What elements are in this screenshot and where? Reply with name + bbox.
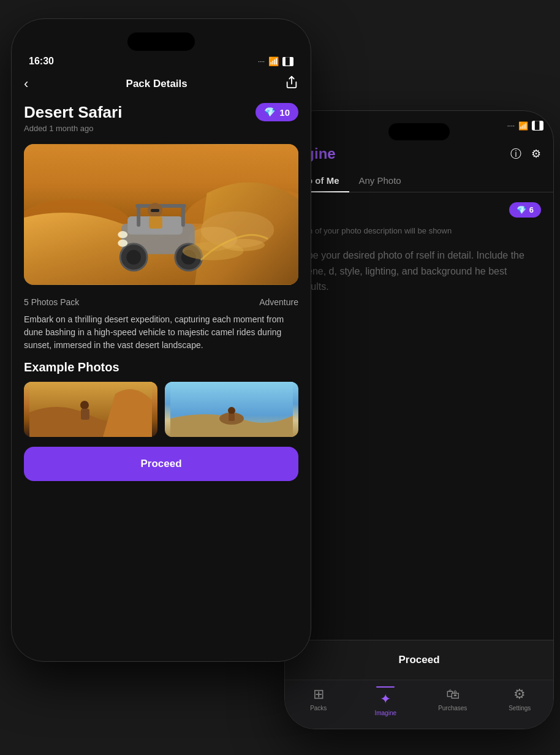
style-section: ear 💎 6 — [285, 202, 553, 218]
svg-rect-18 — [149, 216, 162, 229]
gem-badge-front: 💎 10 — [255, 103, 298, 121]
front-status-time: 16:30 — [29, 56, 54, 67]
svg-point-15 — [118, 231, 127, 238]
signal-dots-front: ···· — [258, 58, 265, 65]
bottom-tab-bar: ⊞ Packs ✦ Imagine 🛍 Purchases ⚙ Settings — [285, 680, 553, 729]
battery-icon-back: ▊ — [532, 121, 543, 131]
example-photo-2 — [165, 382, 298, 437]
phone-front: 16:30 ···· 📶 ▊ ‹ Pack Details — [11, 18, 311, 662]
purchases-tab-icon: 🛍 — [446, 686, 460, 702]
back-status-icons: ···· 📶 ▊ — [507, 121, 543, 131]
tab-bar-imagine[interactable]: ✦ Imagine — [367, 686, 404, 716]
example-photos-section: Example Photos — [12, 360, 311, 437]
imagine-tab-active-line — [376, 686, 395, 688]
back-nav-bar: agine ⓘ ⚙ — [285, 140, 553, 169]
gem-icon-small: 💎 — [516, 205, 526, 214]
settings-tab-icon: ⚙ — [513, 686, 526, 702]
svg-point-27 — [228, 407, 235, 414]
hint-text: ngth of your photo description will be s… — [285, 226, 553, 235]
example-photos-title: Example Photos — [24, 360, 298, 374]
pack-photos-count: 5 Photos Pack — [24, 297, 79, 307]
example-photos-grid — [24, 382, 298, 437]
svg-point-23 — [80, 401, 89, 409]
battery-icon-front: ▊ — [282, 57, 293, 66]
svg-rect-13 — [181, 205, 185, 227]
bottom-proceed-bar: Proceed — [285, 640, 553, 680]
svg-point-16 — [118, 240, 127, 247]
nav-title: Pack Details — [126, 78, 187, 90]
phone-container: :30 ···· 📶 ▊ agine ⓘ ⚙ o of Me Any Photo — [0, 0, 560, 755]
example-photo-1 — [24, 382, 157, 437]
example-photo-1-svg — [24, 382, 157, 437]
imagine-tab-icon: ✦ — [380, 691, 391, 707]
svg-point-9 — [126, 250, 141, 265]
description-area[interactable]: cribe your desired photo of rself in det… — [285, 248, 553, 295]
tabs-row: o of Me Any Photo — [285, 169, 553, 192]
front-nav-bar: ‹ Pack Details — [12, 69, 311, 98]
pack-description: Embark on a thrilling desert expedition,… — [12, 311, 311, 360]
pack-title-group: Desert Safari Added 1 month ago — [24, 103, 122, 133]
gem-count-front: 10 — [279, 107, 290, 118]
example-photo-2-svg — [165, 382, 298, 437]
gem-icon-front: 💎 — [264, 107, 276, 118]
pack-category: Adventure — [259, 297, 298, 307]
back-nav-icons: ⓘ ⚙ — [510, 146, 541, 161]
phone-back: :30 ···· 📶 ▊ agine ⓘ ⚙ o of Me Any Photo — [284, 110, 554, 729]
wifi-icon-front: 📶 — [268, 56, 279, 66]
settings-icon[interactable]: ⚙ — [531, 147, 541, 161]
bottom-proceed-button[interactable]: Proceed — [297, 649, 541, 671]
svg-rect-28 — [229, 414, 235, 421]
tab-bar-settings[interactable]: ⚙ Settings — [501, 686, 538, 716]
gem-count-small: 6 — [529, 205, 534, 214]
pack-header: Desert Safari Added 1 month ago 💎 10 — [12, 98, 311, 138]
tab-bar-packs[interactable]: ⊞ Packs — [300, 686, 337, 716]
front-status-bar: 16:30 ···· 📶 ▊ — [12, 51, 311, 69]
proceed-button-front[interactable]: Proceed — [24, 447, 298, 481]
signal-dots-icon: ···· — [507, 122, 515, 129]
info-icon[interactable]: ⓘ — [510, 146, 521, 161]
svg-rect-19 — [151, 209, 159, 212]
pack-title: Desert Safari — [24, 103, 122, 122]
pack-added-date: Added 1 month ago — [24, 124, 122, 133]
back-button[interactable]: ‹ — [24, 76, 28, 92]
tab-any-photo[interactable]: Any Photo — [349, 169, 411, 192]
svg-rect-12 — [137, 205, 140, 227]
svg-rect-24 — [81, 409, 89, 420]
desert-scene-svg — [24, 144, 298, 285]
pack-meta: 5 Photos Pack Adventure — [12, 291, 311, 311]
main-hero-image — [24, 144, 298, 285]
share-icon[interactable] — [285, 75, 298, 92]
wifi-icon-back: 📶 — [518, 121, 528, 131]
gem-badge-small: 💎 6 — [509, 202, 541, 218]
tab-bar-purchases[interactable]: 🛍 Purchases — [434, 686, 471, 716]
dynamic-island-back — [388, 123, 450, 140]
front-status-icons: ···· 📶 ▊ — [258, 56, 293, 66]
packs-tab-icon: ⊞ — [313, 686, 324, 702]
dynamic-island-front — [127, 32, 195, 51]
front-status-bar-wrapper: 16:30 ···· 📶 ▊ — [12, 19, 311, 69]
